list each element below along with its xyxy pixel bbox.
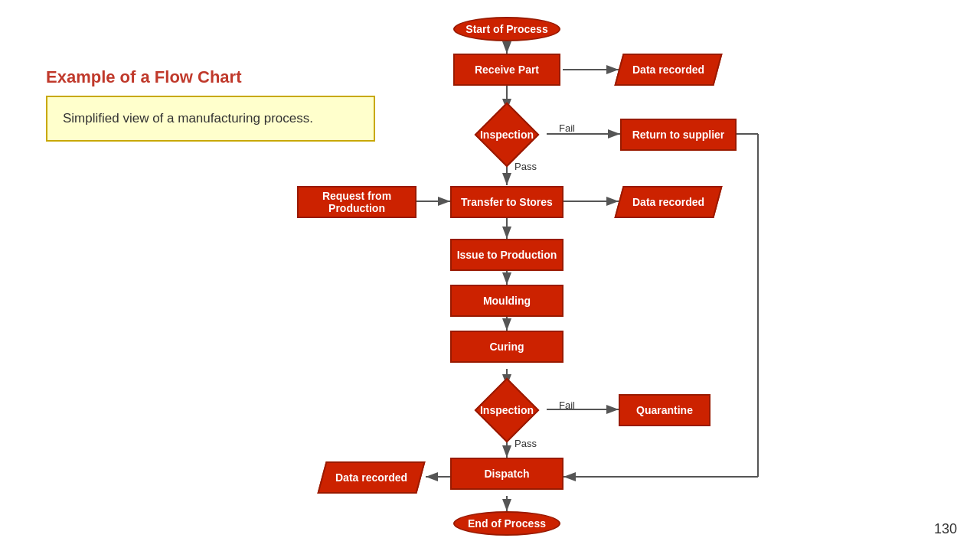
subtitle-box: Simplified view of a manufacturing proce… (46, 96, 375, 142)
pass-label-1: Pass (514, 161, 537, 172)
dispatch-node: Dispatch (450, 458, 564, 490)
return-supplier-node: Return to supplier (620, 119, 737, 151)
pass-label-2: Pass (514, 438, 537, 449)
start-node: Start of Process (453, 17, 560, 41)
data-recorded-2-node: Data recorded (614, 186, 722, 218)
data-recorded-3-node: Data recorded (317, 461, 425, 494)
fail-label-2: Fail (559, 399, 575, 411)
issue-production-node: Issue to Production (450, 239, 564, 271)
chart-title: Example of a Flow Chart (46, 67, 242, 87)
quarantine-node: Quarantine (619, 394, 710, 426)
data-recorded-1-node: Data recorded (614, 54, 722, 86)
fail-label-1: Fail (559, 122, 575, 134)
flowchart: Example of a Flow Chart Simplified view … (0, 0, 980, 551)
subtitle-text: Simplified view of a manufacturing proce… (63, 111, 313, 126)
inspection-1-node: Inspection (465, 111, 549, 158)
curing-node: Curing (450, 331, 564, 363)
inspection-2-node: Inspection (465, 386, 549, 434)
end-node: End of Process (453, 511, 560, 536)
transfer-stores-node: Transfer to Stores (450, 186, 564, 218)
request-production-node: Request from Production (297, 186, 416, 218)
page-number: 130 (934, 521, 957, 537)
moulding-node: Moulding (450, 285, 564, 317)
receive-part-node: Receive Part (453, 54, 560, 86)
